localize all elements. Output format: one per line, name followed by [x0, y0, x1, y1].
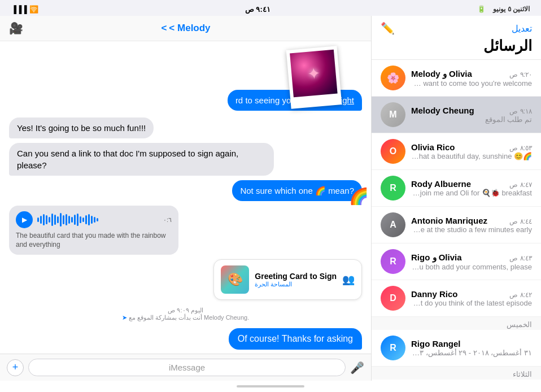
conversation-content-cheung: Melody Cheung ٩:١٨ ص تم طلب الموقع [411, 106, 532, 124]
compose-icon[interactable]: ✏️ [381, 21, 395, 35]
conversation-item-rody[interactable]: R Rody Albuerne ٨:٤٧ ص Do you wanna join… [372, 170, 541, 207]
attachment-button[interactable]: + [7, 359, 24, 376]
list-title: الرسائل [381, 37, 532, 55]
conversation-time-rody: ٨:٤٧ ص [509, 181, 532, 189]
avatar-melody-cheung: M [381, 102, 405, 127]
chat-header: 🎥 < < Melody [0, 16, 371, 41]
message-bubble-left-2: Can you send a link to that doc I'm supp… [9, 143, 274, 176]
edit-button[interactable]: تعديل [512, 23, 532, 34]
conversation-time: ٩:٢٠ ص [509, 71, 532, 79]
conversation-preview-rigo-olivia: Can you both add your comments, please? [411, 263, 532, 271]
of-course-bubble: Of course! Thanks for asking [229, 328, 362, 350]
message-input[interactable]: iMessage [28, 359, 346, 376]
greeting-card-info: Greeting Card to Sign المساحة الحرة [255, 272, 337, 288]
system-time: اليوم ٩:٠٩ ص [9, 307, 362, 314]
not-sure-bubble: Not sure which one 🌈 mean? [232, 180, 362, 201]
conversation-preview-cheung: تم طلب الموقع [411, 115, 532, 124]
video-call-icon[interactable]: 🎥 [9, 21, 23, 35]
conversation-time-cheung: ٩:١٨ ص [509, 107, 532, 115]
play-button[interactable]: ▶ [16, 211, 33, 228]
conversation-content-danny: Danny Rico ٨:٤٢ ص What do you think of t… [411, 289, 532, 307]
avatar-rody: R [381, 176, 405, 201]
message-bubble-right-rainbow: Not sure which one 🌈 mean? 🌈 [232, 180, 362, 201]
back-button[interactable]: < [161, 23, 167, 34]
status-left: ▐▐▐ 🛜 [11, 5, 38, 14]
conversation-preview: Going on this ride... if you want to com… [411, 79, 532, 88]
status-date: الاثنين ٥ يونيو 🔋 [477, 5, 530, 13]
conversation-preview-olivia: 🌈😊 What a beautiful day, sunshine! [411, 152, 532, 160]
greeting-card-subtitle: المساحة الحرة [255, 281, 337, 288]
conversation-item-melody-cheung[interactable]: M Melody Cheung ٩:١٨ ص تم طلب الموقع [372, 97, 541, 133]
message-bubble-left-1: Yes! It's going to be so much fun!!! [9, 117, 154, 138]
conversation-content-rigo-rangel: Rigo Rangel ٣١ أغسطس، ٢٠١٨ - ٢٩ أغسطس، ٢… [411, 339, 532, 357]
conversation-content-antonio: Antonio Manriquez ٨:٤٤ ص I'll be at the … [411, 216, 532, 234]
conversation-item-antonio[interactable]: A Antonio Manriquez ٨:٤٤ ص I'll be at th… [372, 207, 541, 243]
conversation-time-olivia: ٨:٥٣ ص [509, 144, 532, 152]
conversation-name-rody: Rody Albuerne [411, 179, 471, 189]
list-header: ✏️ تعديل الرسائل [372, 16, 541, 60]
chat-messages: rd to seeing you tomorrow night Yes! It'… [0, 41, 371, 354]
conversation-item-olivia-rico[interactable]: O Olivia Rico ٨:٥٣ ص 🌈😊 What a beautiful… [372, 133, 541, 170]
input-bar: + iMessage 🎤 [0, 354, 371, 381]
conversation-time-danny: ٨:٤٢ ص [509, 291, 532, 299]
conversation-preview-rigo-rangel: ٣١ أغسطس، ٢٠١٨ - ٢٩ أغسطس، ٢٠٢٣ - ١٠ عنص… [411, 349, 532, 357]
audio-message[interactable]: ▶ [9, 206, 178, 255]
conversation-item-rigo-olivia[interactable]: R Rigo و Olivia ٨:٤٣ ص Can you both add … [372, 243, 541, 280]
greeting-card-title: Greeting Card to Sign [255, 272, 337, 281]
audio-time: ٠:٦ [163, 216, 172, 224]
conversation-preview-rody: Do you wanna join me and Oli for 🍳🐞 brea… [411, 189, 532, 197]
chat-header-center: < < Melody [161, 23, 210, 34]
conversation-time-rigo-olivia: ٨:٤٣ ص [509, 254, 532, 262]
conversation-name-danny: Danny Rico [411, 289, 458, 299]
system-message: اليوم ٩:٠٩ ص ➤ أنت بدأت بمشاركة الموقع م… [9, 307, 362, 321]
conversation-content: Melody و Olivia ٩:٢٠ ص Going on this rid… [411, 69, 532, 88]
system-location: ➤ أنت بدأت بمشاركة الموقع مع Melody Cheu… [9, 314, 362, 321]
conversation-name-rigo-rangel: Rigo Rangel [411, 339, 461, 349]
polaroid-image [286, 46, 342, 108]
home-indicator [0, 381, 541, 392]
rainbow-emoji: 🌈 [349, 187, 369, 206]
conversation-name-olivia: Olivia Rico [411, 142, 455, 152]
conversation-preview-danny: What do you think of the latest episode? [411, 299, 532, 307]
conversation-name-antonio: Antonio Manriquez [411, 216, 487, 225]
avatar-olivia-rico: O [381, 139, 405, 164]
avatar-rigo-olivia: R [381, 249, 405, 274]
home-bar [237, 385, 304, 387]
conversation-preview-antonio: I'll be at the studio a few minutes earl… [411, 225, 532, 234]
conversation-name-cheung: Melody Cheung [411, 106, 474, 115]
location-arrow-icon: ➤ [122, 314, 127, 321]
greeting-card-thumbnail: 🎨 [221, 265, 249, 294]
status-bar: ▐▐▐ 🛜 ٩:٤١ ص الاثنين ٥ يونيو 🔋 [0, 0, 541, 16]
conversation-name: Melody و Olivia [411, 69, 472, 79]
signal-icon: ▐▐▐ [11, 5, 27, 14]
messages-list: ✏️ تعديل الرسائل 🌸 Melody و Olivia ٩:٢٠ … [372, 16, 541, 381]
greeting-card-bubble[interactable]: 🎨 Greeting Card to Sign المساحة الحرة 👥 [213, 259, 362, 300]
section-header-thursday: الخميس [372, 317, 541, 330]
conversation-item-danny[interactable]: D Danny Rico ٨:٤٢ ص What do you think of… [372, 280, 541, 317]
conversation-name-rigo-olivia: Rigo و Olivia [411, 252, 462, 263]
avatar-rigo-rangel: R [381, 336, 405, 360]
audio-caption: The beautiful card that you made with th… [16, 232, 172, 249]
conversation-content-olivia: Olivia Rico ٨:٥٣ ص 🌈😊 What a beautiful d… [411, 142, 532, 160]
audio-waveform [37, 213, 159, 227]
avatar-melody-olivia: 🌸 [381, 66, 405, 90]
chat-contact-name[interactable]: < Melody [169, 23, 210, 34]
microphone-icon[interactable]: 🎤 [350, 361, 364, 374]
conversation-item-rigo-rangel[interactable]: R Rigo Rangel ٣١ أغسطس، ٢٠١٨ - ٢٩ أغسطس،… [372, 330, 541, 367]
conversation-content-rigo-olivia: Rigo و Olivia ٨:٤٣ ص Can you both add yo… [411, 252, 532, 271]
wifi-icon: 🛜 [29, 5, 38, 14]
chat-panel: 🎥 < < Melody rd to seeing you tomorrow n… [0, 16, 372, 381]
people-icon: 👥 [342, 273, 355, 286]
conversation-item-melody-olivia[interactable]: 🌸 Melody و Olivia ٩:٢٠ ص Going on this r… [372, 60, 541, 97]
main-layout: 🎥 < < Melody rd to seeing you tomorrow n… [0, 16, 541, 381]
status-time: ٩:٤١ ص [245, 5, 270, 14]
conversation-time-antonio: ٨:٤٤ ص [509, 217, 532, 225]
avatar-danny: D [381, 286, 405, 311]
section-header-tuesday: الثلاثاء [372, 367, 541, 380]
avatar-antonio: A [381, 212, 405, 237]
conversation-content-rody: Rody Albuerne ٨:٤٧ ص Do you wanna join m… [411, 179, 532, 197]
battery-icon: 🔋 [477, 5, 486, 13]
